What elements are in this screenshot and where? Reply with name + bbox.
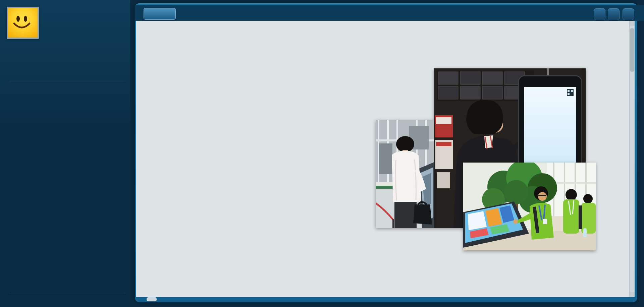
photo-kiosk-man[interactable] [376,120,434,228]
back-button[interactable] [594,8,605,20]
scroll-down-button[interactable] [630,292,635,297]
footer-divider [9,293,126,293]
user-meta [43,28,54,33]
sidebar [0,0,130,307]
avatar[interactable] [7,7,39,39]
scrollbar-thumb[interactable] [630,28,634,72]
tab-function-menu[interactable] [144,8,176,20]
section-divider [9,81,126,81]
refresh-button[interactable] [623,8,634,20]
photo-kiosk-students[interactable] [463,163,596,250]
horizontal-scrollbar-nub[interactable] [147,297,157,301]
forward-button[interactable] [608,8,620,20]
wall-posters [435,115,453,188]
page [0,0,644,307]
smiley-face-icon [8,8,35,35]
top-navbar [135,5,644,21]
vertical-scrollbar[interactable] [629,21,635,297]
scroll-up-button[interactable] [630,21,635,26]
